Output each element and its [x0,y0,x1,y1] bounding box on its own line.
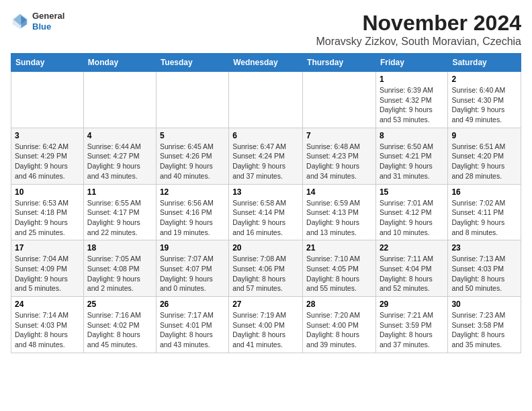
calendar-cell: 25Sunrise: 7:16 AM Sunset: 4:02 PM Dayli… [83,297,156,353]
day-number: 6 [232,131,299,140]
weekday-header-monday: Monday [83,54,156,72]
day-number: 17 [15,243,80,253]
day-number: 1 [380,75,444,84]
header: General Blue November 2024 Moravsky Zizk… [11,11,521,48]
calendar-cell: 16Sunrise: 7:02 AM Sunset: 4:11 PM Dayli… [448,184,521,240]
weekday-header-saturday: Saturday [448,54,521,72]
calendar-cell: 15Sunrise: 7:01 AM Sunset: 4:12 PM Dayli… [375,184,447,240]
day-info: Sunrise: 7:01 AM Sunset: 4:12 PM Dayligh… [380,198,444,238]
day-number: 15 [380,187,444,197]
day-number: 27 [232,300,299,309]
calendar-cell: 14Sunrise: 6:59 AM Sunset: 4:13 PM Dayli… [303,184,376,240]
day-info: Sunrise: 7:16 AM Sunset: 4:02 PM Dayligh… [87,310,152,350]
day-info: Sunrise: 6:40 AM Sunset: 4:30 PM Dayligh… [451,85,517,125]
day-info: Sunrise: 6:48 AM Sunset: 4:23 PM Dayligh… [306,142,372,181]
day-info: Sunrise: 7:11 AM Sunset: 4:04 PM Dayligh… [380,254,444,293]
calendar-cell: 3Sunrise: 6:42 AM Sunset: 4:29 PM Daylig… [11,128,84,184]
logo-icon [11,12,30,31]
weekday-header-row: SundayMondayTuesdayWednesdayThursdayFrid… [11,54,521,72]
calendar-cell: 19Sunrise: 7:07 AM Sunset: 4:07 PM Dayli… [156,240,228,297]
day-number: 19 [160,243,225,253]
day-info: Sunrise: 7:07 AM Sunset: 4:07 PM Dayligh… [160,254,225,293]
day-info: Sunrise: 6:44 AM Sunset: 4:27 PM Dayligh… [87,142,152,181]
day-info: Sunrise: 6:51 AM Sunset: 4:20 PM Dayligh… [451,142,517,181]
calendar-cell: 29Sunrise: 7:21 AM Sunset: 3:59 PM Dayli… [375,297,447,353]
day-number: 3 [15,131,80,140]
day-number: 12 [160,187,225,197]
title-block: November 2024 Moravsky Zizkov, South Mor… [316,11,521,48]
day-number: 16 [451,187,517,197]
day-info: Sunrise: 7:20 AM Sunset: 4:00 PM Dayligh… [306,310,372,350]
day-number: 11 [87,187,152,197]
calendar-cell: 20Sunrise: 7:08 AM Sunset: 4:06 PM Dayli… [229,240,303,297]
day-number: 25 [87,300,152,309]
calendar-cell [303,72,376,128]
calendar-cell [11,72,84,128]
calendar-cell: 6Sunrise: 6:47 AM Sunset: 4:24 PM Daylig… [229,128,303,184]
calendar-cell: 12Sunrise: 6:56 AM Sunset: 4:16 PM Dayli… [156,184,228,240]
weekday-header-friday: Friday [375,54,447,72]
logo-blue: Blue [32,21,64,32]
day-info: Sunrise: 7:23 AM Sunset: 3:58 PM Dayligh… [451,310,517,350]
logo-general: General [32,11,64,21]
logo: General Blue [11,11,64,32]
day-info: Sunrise: 6:42 AM Sunset: 4:29 PM Dayligh… [15,142,80,181]
day-info: Sunrise: 7:05 AM Sunset: 4:08 PM Dayligh… [87,254,152,293]
day-number: 24 [15,300,80,309]
day-info: Sunrise: 6:50 AM Sunset: 4:21 PM Dayligh… [380,142,444,181]
day-info: Sunrise: 6:39 AM Sunset: 4:32 PM Dayligh… [380,85,444,125]
day-number: 22 [380,243,444,253]
calendar-cell: 4Sunrise: 6:44 AM Sunset: 4:27 PM Daylig… [83,128,156,184]
day-info: Sunrise: 6:59 AM Sunset: 4:13 PM Dayligh… [306,198,372,238]
day-number: 20 [232,243,299,253]
day-info: Sunrise: 6:47 AM Sunset: 4:24 PM Dayligh… [232,142,299,181]
day-info: Sunrise: 6:45 AM Sunset: 4:26 PM Dayligh… [160,142,225,181]
month-title: November 2024 [316,11,521,36]
day-info: Sunrise: 7:19 AM Sunset: 4:00 PM Dayligh… [232,310,299,350]
day-number: 7 [306,131,372,140]
calendar-cell: 17Sunrise: 7:04 AM Sunset: 4:09 PM Dayli… [11,240,84,297]
weekday-header-sunday: Sunday [11,54,84,72]
day-info: Sunrise: 7:10 AM Sunset: 4:05 PM Dayligh… [306,254,372,293]
day-info: Sunrise: 7:14 AM Sunset: 4:03 PM Dayligh… [15,310,80,350]
day-info: Sunrise: 7:08 AM Sunset: 4:06 PM Dayligh… [232,254,299,293]
calendar-cell: 21Sunrise: 7:10 AM Sunset: 4:05 PM Dayli… [303,240,376,297]
day-number: 5 [160,131,225,140]
calendar-cell: 1Sunrise: 6:39 AM Sunset: 4:32 PM Daylig… [375,72,447,128]
calendar-week-row: 3Sunrise: 6:42 AM Sunset: 4:29 PM Daylig… [11,128,521,184]
day-number: 4 [87,131,152,140]
day-number: 23 [451,243,517,253]
day-info: Sunrise: 7:04 AM Sunset: 4:09 PM Dayligh… [15,254,80,293]
calendar-table: SundayMondayTuesdayWednesdayThursdayFrid… [11,53,521,353]
day-info: Sunrise: 6:53 AM Sunset: 4:18 PM Dayligh… [15,198,80,238]
day-number: 14 [306,187,372,197]
day-info: Sunrise: 6:55 AM Sunset: 4:17 PM Dayligh… [87,198,152,238]
day-info: Sunrise: 7:02 AM Sunset: 4:11 PM Dayligh… [451,198,517,238]
calendar-cell: 23Sunrise: 7:13 AM Sunset: 4:03 PM Dayli… [448,240,521,297]
location-subtitle: Moravsky Zizkov, South Moravian, Czechia [316,36,521,48]
calendar-cell: 9Sunrise: 6:51 AM Sunset: 4:20 PM Daylig… [448,128,521,184]
logo-text: General Blue [32,11,64,32]
day-number: 10 [15,187,80,197]
day-number: 28 [306,300,372,309]
day-number: 21 [306,243,372,253]
weekday-header-tuesday: Tuesday [156,54,228,72]
calendar-cell: 28Sunrise: 7:20 AM Sunset: 4:00 PM Dayli… [303,297,376,353]
day-info: Sunrise: 6:56 AM Sunset: 4:16 PM Dayligh… [160,198,225,238]
calendar-cell: 10Sunrise: 6:53 AM Sunset: 4:18 PM Dayli… [11,184,84,240]
calendar-cell: 7Sunrise: 6:48 AM Sunset: 4:23 PM Daylig… [303,128,376,184]
calendar-cell: 26Sunrise: 7:17 AM Sunset: 4:01 PM Dayli… [156,297,228,353]
day-number: 18 [87,243,152,253]
weekday-header-wednesday: Wednesday [229,54,303,72]
calendar-cell: 24Sunrise: 7:14 AM Sunset: 4:03 PM Dayli… [11,297,84,353]
day-info: Sunrise: 7:21 AM Sunset: 3:59 PM Dayligh… [380,310,444,350]
day-info: Sunrise: 6:58 AM Sunset: 4:14 PM Dayligh… [232,198,299,238]
calendar-cell: 13Sunrise: 6:58 AM Sunset: 4:14 PM Dayli… [229,184,303,240]
calendar-cell: 30Sunrise: 7:23 AM Sunset: 3:58 PM Dayli… [448,297,521,353]
day-number: 8 [380,131,444,140]
day-number: 30 [451,300,517,309]
calendar-cell: 18Sunrise: 7:05 AM Sunset: 4:08 PM Dayli… [83,240,156,297]
calendar-cell [83,72,156,128]
day-number: 9 [451,131,517,140]
calendar-cell: 22Sunrise: 7:11 AM Sunset: 4:04 PM Dayli… [375,240,447,297]
